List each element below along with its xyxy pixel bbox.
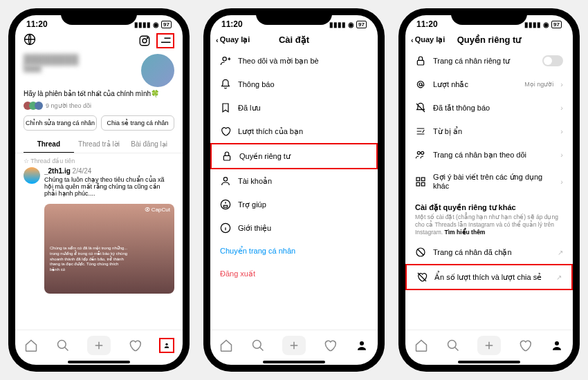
at-icon [415,79,426,90]
svg-rect-7 [223,155,230,160]
tab-reposts[interactable]: Bài đăng lại [124,136,174,153]
private-toggle[interactable] [542,55,563,66]
item-follow-invite[interactable]: Theo dõi và mời bạn bè [210,49,378,73]
compose-button[interactable] [282,336,306,355]
search-icon[interactable] [250,338,266,353]
signal-icon: ▮▮▮▮ [329,21,346,28]
status-right: ▮▮▮▮ ◉ 97 [524,21,562,28]
svg-point-4 [58,341,66,349]
signal-icon: ▮▮▮▮ [134,21,151,28]
chevron-right-icon: › [560,127,563,135]
post-image[interactable]: ⦿ CapCut Chúng ta sớm có đã là một trong… [44,204,174,294]
heart-icon[interactable] [322,338,338,353]
post-text: Chúng ta luôn chạy theo tiêu chuẩn của x… [44,176,174,197]
instagram-icon[interactable] [138,35,151,47]
lock-icon [221,151,232,162]
tab-thread[interactable]: Thread [24,136,74,153]
item-mentions[interactable]: Lượt nhắcMọi người› [405,73,573,96]
svg-point-5 [165,343,167,345]
search-icon[interactable] [445,338,461,353]
home-indicator [263,361,325,363]
back-label: Quay lại [220,35,250,44]
item-following-profiles[interactable]: Trang cá nhân bạn theo dõi› [405,143,573,167]
signal-icon: ▮▮▮▮ [524,21,541,28]
svg-rect-10 [223,205,227,207]
capcut-badge: ⦿ CapCut [145,207,170,213]
section-description: Một số cài đặt (chẳng hạn như hạn chế) s… [405,213,573,240]
item-privacy[interactable]: Quyền riêng tư [210,143,378,169]
time-label: 11:20 [221,19,243,29]
section-title: Cài đặt quyền riêng tư khác [405,196,573,213]
wifi-icon: ◉ [543,21,549,28]
screen-2: 11:20 ▮▮▮▮ ◉ 97 ‹ Quay lại Cài đặt Theo … [210,15,378,365]
compose-button[interactable] [87,336,111,355]
item-saved[interactable]: Đã lưu [210,96,378,120]
avatar[interactable] [141,54,174,87]
home-icon[interactable] [219,338,234,353]
block-icon [415,247,426,258]
wifi-icon: ◉ [348,21,354,28]
svg-point-24 [555,341,559,345]
edit-profile-button[interactable]: Chỉnh sửa trang cá nhân [24,115,97,131]
item-help[interactable]: Trợ giúp [210,193,378,216]
svg-point-8 [223,178,227,181]
item-muted[interactable]: Đã tắt thông báo› [405,96,573,120]
item-account[interactable]: Tài khoản [210,169,378,193]
status-right: ▮▮▮▮ ◉ 97 [329,21,367,28]
back-button[interactable]: ‹ Quay lại [216,35,250,44]
heart-icon[interactable] [127,338,143,353]
item-about[interactable]: Giới thiệu [210,216,378,240]
item-hidden-words[interactable]: Từ bị ẩn› [405,120,573,143]
post-avatar[interactable] [24,167,40,184]
bio-text: Hãy là phiên bản tốt nhất của chính mình… [15,90,183,102]
learn-more-link[interactable]: Tìm hiểu thêm [445,229,486,236]
time-label: 11:20 [416,19,438,29]
svg-point-6 [223,57,226,61]
item-private-profile[interactable]: Trang cá nhân riêng tư [405,49,573,73]
back-label: Quay lại [415,35,445,44]
globe-icon[interactable] [24,33,36,48]
tab-bar [210,330,378,358]
followers-count[interactable]: 9 người theo dõi [46,102,91,109]
search-icon[interactable] [55,338,71,353]
pinned-label: ☆ Thread đầu tiên [15,153,183,164]
bell-icon [220,79,231,90]
item-hide-likes-shares[interactable]: Ẩn số lượt thích và lượt chia sẻ↗ [405,264,573,290]
heart-icon[interactable] [517,338,533,353]
add-user-icon [220,55,231,66]
home-icon[interactable] [24,338,39,353]
header: ‹ Quay lại Cài đặt [210,30,378,49]
switch-profile-link[interactable]: Chuyển trang cá nhân [210,240,378,263]
item-notifications[interactable]: Thông báo [210,73,378,96]
profile-icon[interactable] [549,338,564,353]
heart-icon [220,126,231,137]
image-quote: Chúng ta sớm có đã là một trong những...… [50,246,127,273]
svg-rect-20 [416,182,420,186]
chevron-right-icon: › [560,80,563,88]
external-icon: ↗ [556,274,562,281]
profile-icon[interactable] [354,338,369,353]
follower-avatars [24,102,43,110]
item-likes[interactable]: Lượt thích của bạn [210,120,378,143]
tab-replies[interactable]: Thread trả lời [74,136,125,153]
settings-list: Theo dõi và mời bạn bè Thông báo Đã lưu … [210,49,378,330]
back-button[interactable]: ‹ Quay lại [411,35,445,44]
user-icon [220,175,231,187]
username-blurred: ████████ [24,54,78,65]
item-suggest-posts[interactable]: Gợi ý bài viết trên các ứng dụng khác› [405,167,573,196]
menu-icon[interactable] [156,33,174,48]
lock-icon [415,55,426,66]
mentions-value: Mọi người [524,81,553,88]
screen-1: 11:20 ▮▮▮▮ ◉ 97 ████████ ████ [15,15,183,365]
phone-frame-3: 11:20 ▮▮▮▮ ◉ 97 ‹ Quay lại Quyền riêng t… [398,8,580,372]
logout-link[interactable]: Đăng xuất [210,263,378,285]
compose-button[interactable] [477,336,501,355]
profile-icon[interactable] [159,338,174,353]
share-profile-button[interactable]: Chia sẻ trang cá nhân [101,115,174,131]
text-icon [415,126,426,137]
post-username[interactable]: _2th1.ig [44,167,71,175]
notch [256,8,332,25]
home-icon[interactable] [414,338,429,353]
heart-off-icon [416,272,428,283]
item-blocked[interactable]: Trang cá nhân đã chặn↗ [405,240,573,264]
